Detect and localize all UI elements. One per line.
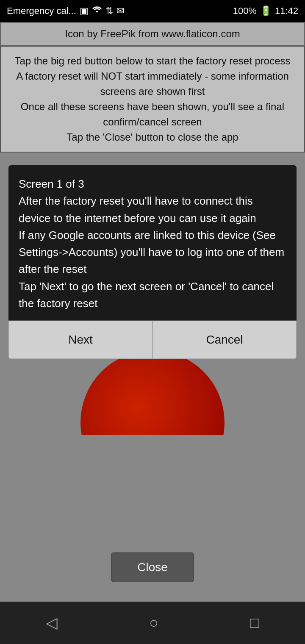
usb-icon: ⇅: [105, 6, 113, 17]
status-bar: Emergency cal... ▣ ⇅ ✉ 100% 🔋 11:42: [0, 0, 305, 22]
battery-icon: 🔋: [260, 6, 272, 17]
emergency-call-text: Emergency cal...: [7, 6, 76, 17]
battery-text: 100%: [233, 6, 257, 17]
home-button[interactable]: ○: [149, 614, 158, 632]
back-button[interactable]: ◁: [46, 614, 58, 632]
cancel-button[interactable]: Cancel: [152, 321, 297, 359]
info-dialog: Screen 1 of 3After the factory reset you…: [8, 165, 297, 359]
dialog-body: Screen 1 of 3After the factory reset you…: [19, 175, 286, 312]
email-icon: ✉: [116, 6, 124, 17]
main-area: Screen 1 of 3After the factory reset you…: [0, 153, 305, 625]
time-text: 11:42: [275, 6, 298, 17]
instruction-line4: Tap the 'Close' button to close the app: [9, 130, 296, 145]
wifi-icon: [92, 6, 102, 17]
attribution-text: Icon by FreePik from www.flaticon.com: [65, 28, 240, 39]
instruction-line2: A factory reset will NOT start immediate…: [9, 69, 296, 99]
instruction-line3: Once all these screens have been shown, …: [9, 99, 296, 130]
close-button[interactable]: Close: [111, 552, 194, 582]
status-bar-left: Emergency cal... ▣ ⇅ ✉: [7, 6, 124, 17]
factory-reset-button[interactable]: [80, 350, 225, 435]
attribution-bar: Icon by FreePik from www.flaticon.com: [0, 22, 305, 46]
instruction-line1: Tap the big red button below to start th…: [9, 53, 296, 69]
instructions-box: Tap the big red button below to start th…: [0, 46, 305, 153]
sd-card-icon: ▣: [80, 6, 89, 17]
dialog-content: Screen 1 of 3After the factory reset you…: [8, 165, 297, 320]
dialog-buttons: Next Cancel: [8, 320, 297, 359]
recents-button[interactable]: □: [250, 614, 259, 632]
bottom-area: Close: [0, 552, 305, 582]
status-bar-right: 100% 🔋 11:42: [233, 6, 298, 17]
next-button[interactable]: Next: [8, 321, 152, 359]
nav-bar: ◁ ○ □: [0, 602, 305, 644]
red-circle-area[interactable]: [80, 350, 225, 435]
